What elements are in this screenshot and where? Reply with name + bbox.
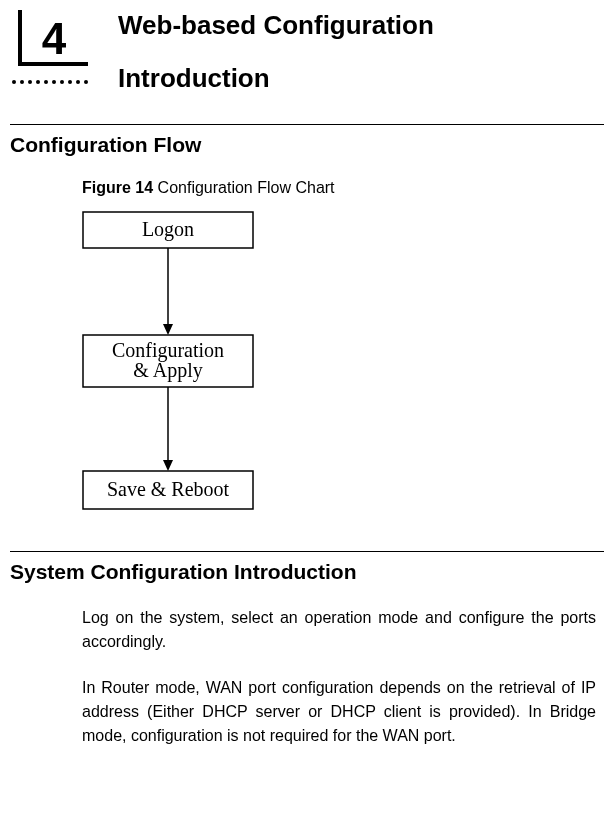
svg-point-8 bbox=[76, 80, 80, 84]
rule bbox=[10, 551, 604, 552]
chapter-number: 4 bbox=[42, 14, 67, 63]
chapter-number-badge: 4 bbox=[10, 10, 88, 88]
figure-label-number: Figure 14 bbox=[82, 179, 153, 196]
svg-point-5 bbox=[52, 80, 56, 84]
body-paragraph: In Router mode, WAN port configuration d… bbox=[82, 676, 596, 748]
flow-node-save: Save & Reboot bbox=[107, 478, 230, 500]
figure-label-text: Configuration Flow Chart bbox=[153, 179, 334, 196]
chapter-subtitle: Introduction bbox=[118, 63, 604, 94]
figure-caption: Figure 14 Configuration Flow Chart bbox=[82, 179, 596, 197]
section-heading-system: System Configuration Introduction bbox=[10, 560, 604, 584]
svg-point-3 bbox=[36, 80, 40, 84]
rule bbox=[10, 124, 604, 125]
flow-chart: Logon Configuration & Apply Save & Reboo… bbox=[82, 211, 596, 515]
flow-node-config-line2: & Apply bbox=[133, 359, 202, 382]
flow-node-logon: Logon bbox=[142, 218, 194, 241]
chapter-title: Web-based Configuration bbox=[118, 10, 604, 41]
body-paragraph: Log on the system, select an operation m… bbox=[82, 606, 596, 654]
svg-marker-12 bbox=[163, 324, 173, 335]
chapter-header: 4 Web-based Configuration Introduc bbox=[10, 10, 604, 94]
section-heading-flow: Configuration Flow bbox=[10, 133, 604, 157]
svg-point-6 bbox=[60, 80, 64, 84]
svg-point-9 bbox=[84, 80, 88, 84]
svg-point-4 bbox=[44, 80, 48, 84]
svg-marker-15 bbox=[163, 460, 173, 471]
svg-point-7 bbox=[68, 80, 72, 84]
svg-point-2 bbox=[28, 80, 32, 84]
svg-point-1 bbox=[20, 80, 24, 84]
svg-point-0 bbox=[12, 80, 16, 84]
